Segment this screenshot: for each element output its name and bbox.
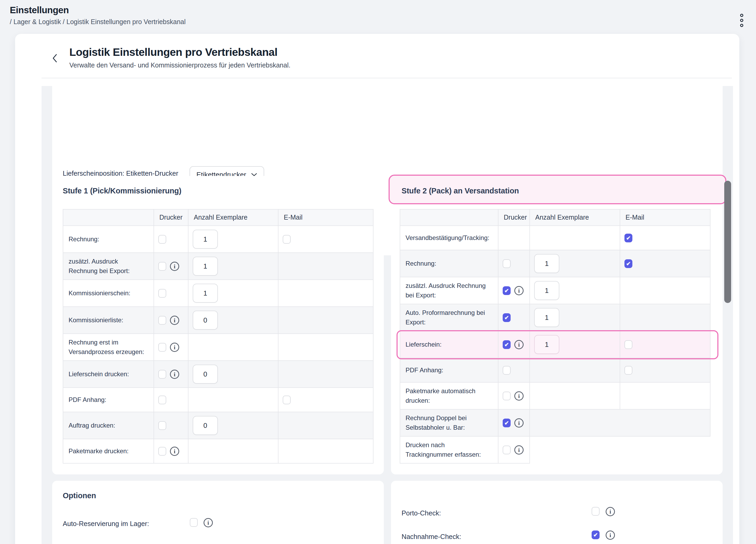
nachnahme-check-checkbox[interactable] [592, 530, 600, 539]
drucker-checkbox[interactable] [503, 286, 511, 295]
breadcrumb: / Lager & Logistik / Logistik Einstellun… [10, 18, 186, 26]
anzahl-input[interactable] [193, 257, 218, 276]
drucker-checkbox[interactable] [503, 259, 511, 268]
drucker-checkbox[interactable] [158, 447, 166, 456]
check-label: Nachnahme-Check: [402, 533, 461, 541]
card-title: Logistik Einstellungen pro Vertriebskana… [69, 46, 277, 59]
anzahl-input[interactable] [193, 310, 218, 330]
table-row: Rechnung: [63, 226, 373, 253]
info-icon[interactable]: i [170, 316, 179, 325]
info-icon[interactable]: i [514, 391, 524, 401]
anzahl-input[interactable] [193, 364, 218, 384]
email-checkbox[interactable] [283, 235, 291, 244]
anzahl-input[interactable] [193, 230, 218, 249]
anzahl-input[interactable] [534, 281, 559, 300]
anzahl-input[interactable] [534, 254, 559, 273]
info-icon[interactable]: i [514, 418, 524, 428]
info-icon[interactable]: i [204, 518, 213, 527]
drucker-checkbox[interactable] [503, 392, 511, 400]
drucker-checkbox[interactable] [503, 313, 511, 322]
anzahl-input[interactable] [534, 335, 559, 354]
stufe1-panel: Stufe 1 (Pick/Kommissionierung) Drucker … [52, 176, 384, 474]
stufe2-panel: Stufe 2 (Pack) an Versandstation Drucker… [391, 176, 723, 474]
scroll-area: Lieferscheinposition: Etiketten-Drucker … [42, 86, 733, 544]
table-row: Auto. Proformarechnung bei Export: [400, 304, 710, 331]
table-header-row: Drucker Anzahl Exemplare E-Mail [63, 209, 373, 226]
card-subtitle: Verwalte den Versand- und Kommissionierp… [69, 61, 290, 69]
table-row: Drucken nach Trackingnummer erfassen: i [400, 437, 710, 464]
email-checkbox[interactable] [624, 234, 632, 243]
col-drucker: Drucker [498, 209, 530, 226]
stufe2-table: Drucker Anzahl Exemplare E-Mail Versandb… [400, 209, 710, 464]
table-header-row: Drucker Anzahl Exemplare E-Mail [400, 209, 710, 226]
options-heading: Optionen [63, 491, 96, 500]
email-checkbox[interactable] [624, 340, 632, 349]
page-title: Einstellungen [10, 5, 69, 15]
porto-check-checkbox[interactable] [592, 507, 600, 516]
anzahl-input[interactable] [193, 283, 218, 303]
row-label: Rechnung Doppel bei Selbstabholer u. Bar… [400, 410, 498, 437]
drucker-checkbox[interactable] [158, 370, 166, 379]
info-icon[interactable]: i [606, 507, 615, 516]
table-row: Kommissionierliste: i [63, 307, 373, 334]
info-icon[interactable]: i [170, 343, 179, 352]
row-label: PDF Anhang: [400, 358, 498, 383]
col-anzahl: Anzahl Exemplare [188, 209, 278, 226]
anzahl-input[interactable] [193, 416, 218, 435]
drucker-checkbox[interactable] [503, 446, 511, 454]
back-button[interactable] [47, 50, 63, 66]
table-row: PDF Anhang: [400, 358, 710, 383]
col-drucker: Drucker [154, 209, 188, 226]
row-label: Auftrag drucken: [63, 412, 154, 439]
table-row: Kommissionierschein: [63, 280, 373, 307]
table-row: zusätzl. Ausdruck Rechnung bei Export: i [63, 253, 373, 280]
info-icon[interactable]: i [170, 262, 179, 271]
info-icon[interactable]: i [170, 370, 179, 379]
row-label: Paketmarke drucken: [63, 439, 154, 464]
row-label: Lieferschein: [400, 331, 498, 358]
row-label: Rechnung: [400, 250, 498, 277]
table-row: PDF Anhang: [63, 388, 373, 412]
drucker-checkbox[interactable] [158, 316, 166, 325]
row-label: zusätzl. Ausdruck Rechnung bei Export: [63, 253, 154, 280]
info-icon[interactable]: i [514, 340, 524, 349]
page: Einstellungen / Lager & Logistik / Logis… [0, 0, 756, 544]
drucker-checkbox[interactable] [503, 419, 511, 427]
drucker-checkbox[interactable] [158, 235, 166, 244]
row-label: Kommissionierschein: [63, 280, 154, 307]
table-row: Versandbestätigung/Tracking: [400, 226, 710, 250]
drucker-checkbox[interactable] [158, 421, 166, 430]
drucker-checkbox[interactable] [158, 395, 166, 404]
drucker-checkbox[interactable] [158, 262, 166, 271]
email-checkbox[interactable] [283, 395, 291, 404]
anzahl-input[interactable] [534, 308, 559, 327]
table-row: Paketmarke automatisch drucken: i [400, 383, 710, 410]
email-checkbox[interactable] [624, 366, 632, 375]
check-label: Porto-Check: [402, 509, 441, 517]
info-icon[interactable]: i [514, 445, 524, 455]
checks-panel: Porto-Check: i Nachnahme-Check: i [391, 481, 723, 544]
drucker-checkbox[interactable] [503, 366, 511, 375]
info-icon[interactable]: i [606, 530, 615, 540]
scrollbar-thumb[interactable] [724, 181, 731, 303]
drucker-checkbox[interactable] [158, 289, 166, 298]
col-email: E-Mail [278, 209, 373, 226]
row-label: Versandbestätigung/Tracking: [400, 226, 498, 250]
drucker-checkbox[interactable] [158, 343, 166, 352]
row-label: Lieferschein drucken: [63, 361, 154, 388]
info-icon[interactable]: i [514, 286, 524, 295]
email-checkbox[interactable] [624, 259, 632, 268]
drucker-checkbox[interactable] [503, 340, 511, 349]
row-label: Paketmarke automatisch drucken: [400, 383, 498, 410]
stufe1-heading: Stufe 1 (Pick/Kommissionierung) [63, 187, 181, 195]
main-card: Logistik Einstellungen pro Vertriebskana… [15, 34, 739, 544]
option-label: Auto-Reservierung im Lager: [63, 520, 149, 528]
stufe1-table: Drucker Anzahl Exemplare E-Mail Rechnung… [63, 209, 373, 464]
auto-reservierung-checkbox[interactable] [190, 518, 198, 527]
row-label: Rechnung: [63, 226, 154, 253]
kebab-menu-icon[interactable] [740, 14, 751, 30]
info-icon[interactable]: i [170, 447, 179, 456]
row-label: Rechnung erst im Versandprozess erzeugen… [63, 334, 154, 361]
table-row: Rechnung Doppel bei Selbstabholer u. Bar… [400, 410, 710, 437]
row-label: Drucken nach Trackingnummer erfassen: [400, 437, 498, 464]
